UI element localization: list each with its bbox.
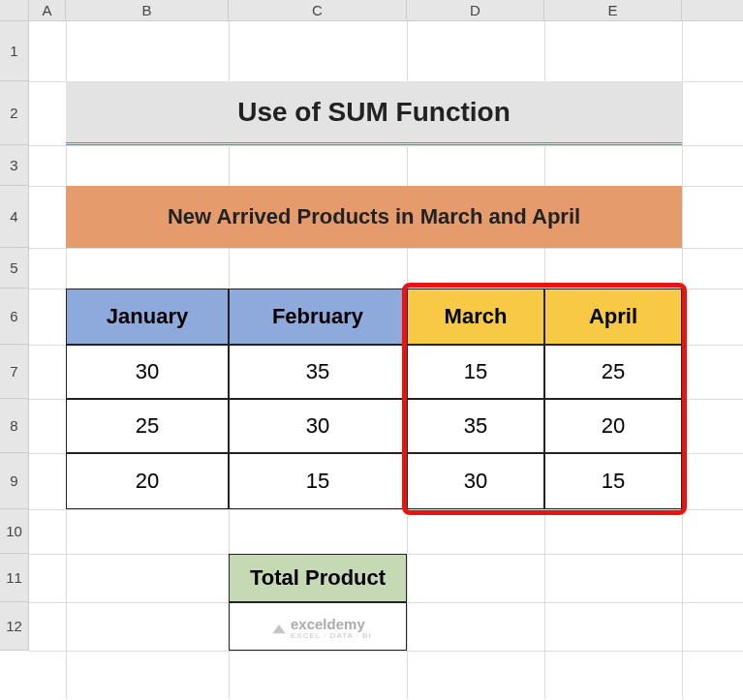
column-header-D[interactable]: D	[407, 0, 544, 20]
row-header-4[interactable]: 4	[0, 186, 29, 248]
row-header-12[interactable]: 12	[0, 602, 29, 651]
cell-e7[interactable]: 25	[544, 345, 682, 399]
header-april[interactable]: April	[544, 289, 682, 345]
cell-c7[interactable]: 35	[229, 345, 407, 399]
cell-d8[interactable]: 35	[407, 399, 544, 453]
row-header-3[interactable]: 3	[0, 145, 29, 186]
total-label-cell[interactable]: Total Product	[229, 554, 407, 602]
column-header-C[interactable]: C	[229, 0, 407, 20]
cell-c8[interactable]: 30	[229, 399, 407, 453]
header-february[interactable]: February	[229, 289, 407, 345]
row-header-7[interactable]: 7	[0, 345, 29, 399]
cell-d7[interactable]: 15	[407, 345, 544, 399]
select-all-corner[interactable]	[0, 0, 29, 20]
row-header-10[interactable]: 10	[0, 509, 29, 554]
cell-e9[interactable]: 15	[544, 453, 682, 509]
column-header-B[interactable]: B	[66, 0, 229, 20]
cell-b8[interactable]: 25	[66, 399, 229, 453]
row-header-6[interactable]: 6	[0, 289, 29, 345]
row-header-2[interactable]: 2	[0, 81, 29, 145]
cell-e8[interactable]: 20	[544, 399, 682, 453]
grid-area[interactable]: Use of SUM Function New Arrived Products…	[29, 21, 743, 651]
watermark-tagline: EXCEL · DATA · BI	[291, 632, 372, 640]
row-header-11[interactable]: 11	[0, 554, 29, 602]
title-cell[interactable]: Use of SUM Function	[66, 81, 682, 145]
row-headers: 1 2 3 4 5 6 7 8 9 10 11 12	[0, 21, 29, 651]
cell-b7[interactable]: 30	[66, 345, 229, 399]
cell-d9[interactable]: 30	[407, 453, 544, 509]
cell-b9[interactable]: 20	[66, 453, 229, 509]
watermark: exceldemy EXCEL · DATA · BI	[271, 616, 372, 640]
logo-icon	[271, 622, 287, 635]
row-header-1[interactable]: 1	[0, 21, 29, 81]
header-march[interactable]: March	[407, 289, 544, 345]
column-header-E[interactable]: E	[544, 0, 682, 20]
column-header-A[interactable]: A	[29, 0, 66, 20]
row-header-9[interactable]: 9	[0, 453, 29, 509]
row-header-5[interactable]: 5	[0, 248, 29, 289]
watermark-brand: exceldemy	[291, 616, 365, 632]
cell-c9[interactable]: 15	[229, 453, 407, 509]
row-header-8[interactable]: 8	[0, 399, 29, 453]
subtitle-cell[interactable]: New Arrived Products in March and April	[66, 186, 682, 248]
column-headers: A B C D E	[0, 0, 743, 21]
header-january[interactable]: January	[66, 289, 229, 345]
